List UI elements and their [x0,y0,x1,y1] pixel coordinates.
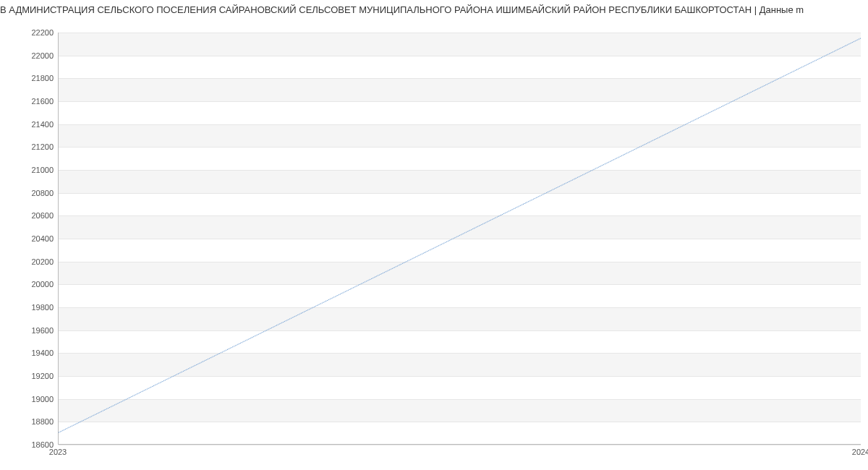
y-tick-label: 18800 [3,417,54,426]
y-tick-label: 20000 [3,280,54,289]
y-tick-label: 20600 [3,211,54,220]
plot-area [58,33,861,445]
data-line [59,38,861,432]
y-tick-label: 19200 [3,372,54,380]
chart-container: 1860018800190001920019400196001980020000… [0,17,868,465]
line-plot [59,33,861,444]
y-tick-label: 22200 [3,28,54,37]
x-tick-label: 2024 [852,448,868,456]
y-tick-label: 21400 [3,120,54,129]
x-tick-label: 2023 [49,448,67,456]
y-tick-label: 21200 [3,142,54,151]
y-tick-label: 22000 [3,51,54,60]
y-tick-label: 18600 [3,440,54,449]
gridline [59,445,861,445]
y-tick-label: 21000 [3,166,54,174]
y-tick-label: 20200 [3,257,54,266]
y-tick-label: 19000 [3,395,54,403]
y-tick-label: 19600 [3,326,54,335]
y-tick-label: 19400 [3,349,54,357]
y-tick-label: 20400 [3,234,54,243]
y-tick-label: 21800 [3,74,54,82]
chart-title: В АДМИНИСТРАЦИЯ СЕЛЬСКОГО ПОСЕЛЕНИЯ САЙР… [0,0,868,17]
y-tick-label: 20800 [3,189,54,197]
y-tick-label: 19800 [3,303,54,312]
y-tick-label: 21600 [3,97,54,106]
